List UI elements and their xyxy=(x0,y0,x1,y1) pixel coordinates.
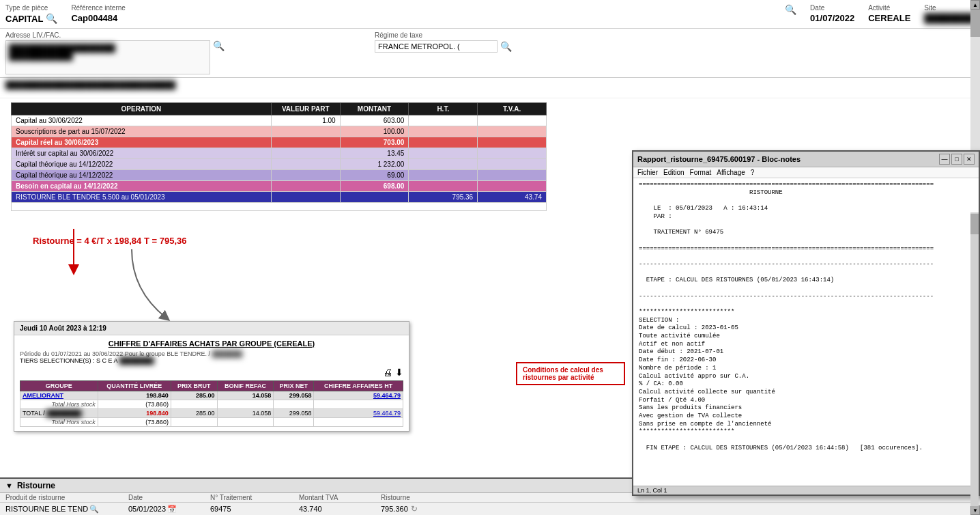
groupe-ameliorant-link[interactable]: AMELIORANT xyxy=(23,392,63,399)
type-piece-value: CAPITAL xyxy=(5,14,43,24)
table-row: Souscriptions de part au 15/07/2022 100.… xyxy=(12,126,547,137)
op-montant: 69.00 xyxy=(340,170,409,181)
menu-aide[interactable]: ? xyxy=(751,169,755,176)
refresh-icon[interactable]: ↻ xyxy=(411,504,418,514)
op-montant: 603.00 xyxy=(340,115,409,126)
col-tva: T.V.A. xyxy=(478,103,547,115)
menu-affichage[interactable]: Affichage xyxy=(717,169,745,176)
address-section: Adresse LIV./FAC. ██████████████████████… xyxy=(0,29,980,78)
activite-field: Activité CEREALE xyxy=(868,4,910,23)
op-label: Capital théorique au 14/12/2022 xyxy=(12,159,272,170)
menu-format[interactable]: Format xyxy=(690,169,712,176)
scroll-thumb[interactable] xyxy=(970,10,980,37)
reference-field: Référence interne Cap004484 xyxy=(71,4,126,23)
op-montant: 703.00 xyxy=(340,137,409,148)
op-ht xyxy=(409,181,478,192)
op-tva xyxy=(478,126,547,137)
list-item: Total Hors stock (73.860) xyxy=(20,418,403,427)
op-tva: 43.74 xyxy=(478,192,547,203)
ca-link-2[interactable]: 59.464.79 xyxy=(373,410,401,417)
op-tva xyxy=(478,181,547,192)
ca-link-1[interactable]: 59.464.79 xyxy=(373,392,401,399)
activite-label: Activité xyxy=(868,4,910,12)
download-icon[interactable]: ⬇ xyxy=(395,367,403,378)
list-item: TOTAL / ████████ 198.840 285.00 14.058 2… xyxy=(20,409,403,418)
sub-col-prix-brut: PRIX BRUT xyxy=(171,381,217,391)
table-row: Capital théorique au 14/12/2022 1 232.00 xyxy=(12,159,547,170)
date-calendar-icon[interactable]: 📅 xyxy=(167,505,177,514)
label-date: Date xyxy=(128,494,210,501)
notepad-titlebar: Rapport_ristourne_69475.600197 - Bloc-no… xyxy=(633,152,979,167)
notepad-statusbar: Ln 1, Col 1 xyxy=(633,486,979,495)
activite-value: CEREALE xyxy=(868,13,910,23)
taxe-value: FRANCE METROPOL. ( xyxy=(375,40,498,53)
op-ht xyxy=(409,126,478,137)
notepad-scrollbar[interactable] xyxy=(970,212,979,506)
site-value: ████████ xyxy=(924,13,975,23)
type-piece-search-icon[interactable]: 🔍 xyxy=(46,13,57,24)
table-row: Capital au 30/06/2022 1.00 603.00 xyxy=(12,115,547,126)
notepad-close-button[interactable]: ✕ xyxy=(964,154,975,165)
op-valeur-part xyxy=(271,159,340,170)
address-search-icon[interactable]: 🔍 xyxy=(213,40,225,51)
notepad-title: Rapport_ristourne_69475.600197 - Bloc-no… xyxy=(637,155,938,163)
type-piece-field: Type de pièce CAPITAL 🔍 xyxy=(5,4,57,24)
op-tva xyxy=(478,137,547,148)
date-field: Date 01/07/2022 xyxy=(810,4,854,23)
op-montant: 100.00 xyxy=(340,126,409,137)
scroll-down-arrow[interactable]: ▼ xyxy=(970,505,980,515)
table-row: Besoin en capital au 14/12/2022 698.00 xyxy=(12,181,547,192)
op-montant: 698.00 xyxy=(340,181,409,192)
table-row-empty xyxy=(12,203,547,211)
icons-row: 🖨 ⬇ xyxy=(20,367,403,378)
op-ht xyxy=(409,148,478,159)
op-label: Intérêt sur capital au 30/06/2022 xyxy=(12,148,272,159)
menu-edition[interactable]: Edition xyxy=(663,169,684,176)
ristourne-formula: Ristourne = 4 €/T x 198,84 T = 795,36 xyxy=(33,236,186,246)
taxe-label: Régime de taxe xyxy=(375,31,512,39)
label-produit: Produit de ristourne xyxy=(5,494,128,501)
sub-report-title: Jeudi 10 Août 2023 à 12:19 xyxy=(14,322,409,335)
op-label: Capital réel au 30/06/2023 xyxy=(12,137,272,148)
date-label: Date xyxy=(810,4,854,12)
ristourne-data-row: RISTOURNE BLE TEND 🔍 05/01/2023 📅 69475 … xyxy=(0,503,980,515)
op-montant: 1 232.00 xyxy=(340,159,409,170)
op-valeur-part xyxy=(271,137,340,148)
produit-search-icon[interactable]: 🔍 xyxy=(89,505,99,514)
notepad-maximize-button[interactable]: □ xyxy=(951,154,962,165)
op-valeur-part xyxy=(271,192,340,203)
scroll-up-arrow[interactable]: ▲ xyxy=(970,0,980,10)
ristourne-value: 795.360 xyxy=(381,505,408,513)
col-operation: OPERATION xyxy=(12,103,272,115)
second-arrow xyxy=(125,249,179,331)
op-valeur-part xyxy=(271,126,340,137)
col-valeur-part: VALEUR PART xyxy=(271,103,340,115)
op-label: RISTOURNE BLE TENDRE 5.500 au 05/01/2023 xyxy=(12,192,272,203)
op-ht xyxy=(409,170,478,181)
produit-cell: RISTOURNE BLE TEND 🔍 xyxy=(5,505,128,514)
operations-table: OPERATION VALEUR PART MONTANT H.T. T.V.A… xyxy=(11,102,547,211)
taxe-search-icon[interactable]: 🔍 xyxy=(500,41,512,52)
main-container: Type de pièce CAPITAL 🔍 Référence intern… xyxy=(0,0,980,515)
op-montant: 13.45 xyxy=(340,148,409,159)
sub-report-header: CHIFFRE D'AFFAIRES ACHATS PAR GROUPE (CE… xyxy=(20,339,403,348)
sub-report-period: Période du 01/07/2021 au 30/06/2022 Pour… xyxy=(20,350,403,357)
notepad-body[interactable]: ========================================… xyxy=(633,178,979,486)
menu-fichier[interactable]: Fichier xyxy=(637,169,658,176)
table-row-selected[interactable]: RISTOURNE BLE TENDRE 5.500 au 05/01/2023… xyxy=(12,192,547,203)
op-valeur-part xyxy=(271,170,340,181)
notepad-minimize-button[interactable]: — xyxy=(939,154,950,165)
address-label: Adresse LIV./FAC. xyxy=(5,31,225,39)
header-search-icon[interactable]: 🔍 xyxy=(785,4,796,15)
op-tva xyxy=(478,170,547,181)
taxe-field: Régime de taxe FRANCE METROPOL. ( 🔍 xyxy=(375,31,512,74)
col-montant: MONTANT xyxy=(340,103,409,115)
notepad-menu: Fichier Edition Format Affichage ? xyxy=(633,167,979,178)
print-icon[interactable]: 🖨 xyxy=(383,367,392,378)
numero-cell: 69475 xyxy=(210,505,299,513)
type-piece-label: Type de pièce xyxy=(5,4,57,12)
op-valeur-part xyxy=(271,148,340,159)
table-row: Capital théorique au 14/12/2022 69.00 xyxy=(12,170,547,181)
sub-col-bonif: BONIF REFAC xyxy=(217,381,274,391)
sub-col-ca: CHIFFRE AFFAIRES HT xyxy=(314,381,403,391)
